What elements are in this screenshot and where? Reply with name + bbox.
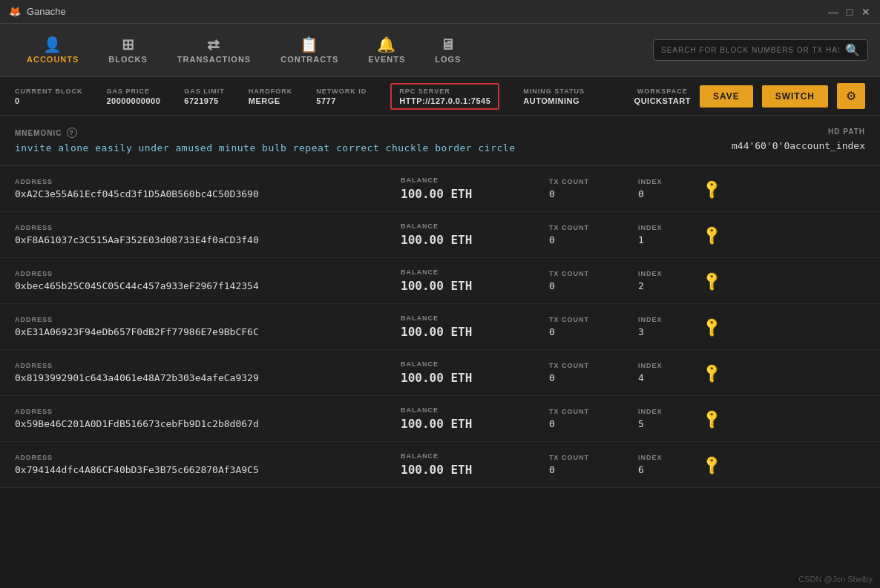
account-index-section: INDEX 2 [638, 270, 697, 291]
minimize-button[interactable]: — [828, 7, 838, 17]
nav-contracts[interactable]: 📋 CONTRACTS [266, 31, 353, 70]
key-icon[interactable]: 🔑 [700, 407, 723, 430]
index-label: INDEX [638, 316, 697, 323]
account-address: 0xE31A06923F94eDb657F0dB2Ff77986E7e9BbCF… [15, 326, 401, 337]
nav-accounts[interactable]: 👤 ACCOUNTS [12, 31, 93, 70]
nav-blocks[interactable]: ⊞ BLOCKS [93, 31, 162, 70]
info-icon[interactable]: ? [67, 128, 77, 138]
gas-price-item: GAS PRICE 20000000000 [107, 87, 161, 105]
account-tx-count: 0 [549, 280, 638, 291]
balance-label: BALANCE [401, 406, 549, 414]
account-key-section[interactable]: 🔑 [697, 273, 727, 289]
account-index-section: INDEX 1 [638, 224, 697, 245]
account-balance: 100.00 ETH [401, 187, 549, 201]
events-icon: 🔔 [377, 37, 396, 52]
account-txcount-section: TX COUNT 0 [549, 362, 638, 383]
hdpath-value: m44'60'0'0account_index [732, 140, 865, 151]
account-index-section: INDEX 4 [638, 362, 697, 383]
account-row: ADDRESS 0xF8A61037c3C515AaF352E03d08733E… [0, 212, 880, 258]
contracts-icon: 📋 [300, 37, 319, 52]
nav-logs[interactable]: 🖥 LOGS [420, 31, 476, 70]
titlebar-controls: — □ ✕ [828, 7, 871, 17]
tx-count-label: TX COUNT [549, 178, 638, 185]
account-key-section[interactable]: 🔑 [697, 365, 727, 381]
address-label: ADDRESS [15, 270, 401, 277]
nav-logs-label: LOGS [435, 55, 461, 64]
account-key-section[interactable]: 🔑 [697, 411, 727, 427]
account-index: 2 [638, 280, 697, 291]
hardfork-label: HARDFORK [249, 87, 293, 95]
account-balance-section: BALANCE 100.00 ETH [401, 406, 549, 431]
account-address-section: ADDRESS 0xE31A06923F94eDb657F0dB2Ff77986… [15, 316, 401, 337]
settings-button[interactable]: ⚙ [837, 83, 865, 109]
network-id-item: NETWORK ID 5777 [316, 87, 367, 105]
maximize-button[interactable]: □ [844, 7, 855, 17]
accounts-icon: 👤 [43, 37, 62, 52]
switch-button[interactable]: SWITCH [762, 85, 828, 108]
account-key-section[interactable]: 🔑 [697, 181, 727, 197]
account-txcount-section: TX COUNT 0 [549, 408, 638, 429]
account-index: 6 [638, 464, 697, 475]
gas-price-value: 20000000000 [107, 96, 161, 105]
tx-count-label: TX COUNT [549, 316, 638, 323]
account-balance-section: BALANCE 100.00 ETH [401, 360, 549, 385]
mining-status-item: MINING STATUS AUTOMINING [523, 87, 585, 105]
nav-transactions[interactable]: ⇄ TRANSACTIONS [162, 31, 266, 70]
statusbar: CURRENT BLOCK 0 GAS PRICE 20000000000 GA… [0, 77, 880, 116]
app-icon: 🦊 [9, 6, 21, 17]
status-actions: WORKSPACE QUICKSTART SAVE SWITCH ⚙ [634, 83, 865, 109]
nav-blocks-label: BLOCKS [108, 55, 147, 64]
account-row: ADDRESS 0xE31A06923F94eDb657F0dB2Ff77986… [0, 304, 880, 350]
index-label: INDEX [638, 270, 697, 277]
tx-count-label: TX COUNT [549, 224, 638, 231]
mnemonic-right: HD PATH m44'60'0'0account_index [732, 128, 865, 151]
key-icon[interactable]: 🔑 [700, 223, 723, 246]
close-button[interactable]: ✕ [861, 7, 871, 17]
key-icon[interactable]: 🔑 [700, 453, 723, 476]
account-balance-section: BALANCE 100.00 ETH [401, 176, 549, 201]
mining-status-label: MINING STATUS [523, 87, 585, 95]
account-balance-section: BALANCE 100.00 ETH [401, 222, 549, 247]
hdpath-label: HD PATH [732, 128, 865, 136]
key-icon[interactable]: 🔑 [700, 361, 723, 384]
account-txcount-section: TX COUNT 0 [549, 178, 638, 199]
navbar: 👤 ACCOUNTS ⊞ BLOCKS ⇄ TRANSACTIONS 📋 CON… [0, 24, 880, 77]
key-icon[interactable]: 🔑 [700, 315, 723, 338]
network-id-value: 5777 [316, 96, 367, 105]
tx-count-label: TX COUNT [549, 454, 638, 461]
workspace-label: WORKSPACE [637, 87, 688, 95]
watermark: CSDN @Jon Shelby [798, 575, 873, 584]
address-label: ADDRESS [15, 178, 401, 185]
account-tx-count: 0 [549, 326, 638, 337]
mnemonic-left: MNEMONIC ? invite alone easily under amu… [15, 128, 515, 153]
search-input[interactable] [661, 46, 839, 54]
accounts-list: ADDRESS 0xA2C3e55A61Ecf045cd3f1D5A0B560b… [0, 166, 880, 488]
address-label: ADDRESS [15, 224, 401, 231]
nav-transactions-label: TRANSACTIONS [177, 55, 251, 64]
titlebar-left: 🦊 Ganache [9, 6, 66, 17]
search-icon: 🔍 [845, 43, 860, 57]
rpc-server-label: RPC SERVER [399, 87, 490, 95]
account-address: 0x59Be46C201A0D1FdB516673cebFb9D1c2b8d06… [15, 418, 401, 429]
account-key-section[interactable]: 🔑 [697, 227, 727, 243]
mnemonic-label: MNEMONIC [15, 129, 62, 137]
key-icon[interactable]: 🔑 [700, 177, 723, 200]
tx-count-label: TX COUNT [549, 408, 638, 415]
account-key-section[interactable]: 🔑 [697, 457, 727, 473]
account-index: 4 [638, 372, 697, 383]
save-button[interactable]: SAVE [700, 85, 753, 108]
index-label: INDEX [638, 454, 697, 461]
transactions-icon: ⇄ [207, 37, 220, 52]
search-bar[interactable]: 🔍 [653, 39, 868, 61]
mining-status-value: AUTOMINING [523, 96, 585, 105]
gas-limit-label: GAS LIMIT [184, 87, 225, 95]
nav-contracts-label: CONTRACTS [280, 55, 338, 64]
account-index: 5 [638, 418, 697, 429]
account-tx-count: 0 [549, 464, 638, 475]
address-label: ADDRESS [15, 316, 401, 323]
account-key-section[interactable]: 🔑 [697, 319, 727, 335]
key-icon[interactable]: 🔑 [700, 269, 723, 292]
account-address-section: ADDRESS 0x794144dfc4A86CF40bD3Fe3B75c662… [15, 454, 401, 475]
account-address: 0xbec465b25C045C05C44c457a933eF2967f1423… [15, 280, 401, 291]
nav-events[interactable]: 🔔 EVENTS [353, 31, 420, 70]
